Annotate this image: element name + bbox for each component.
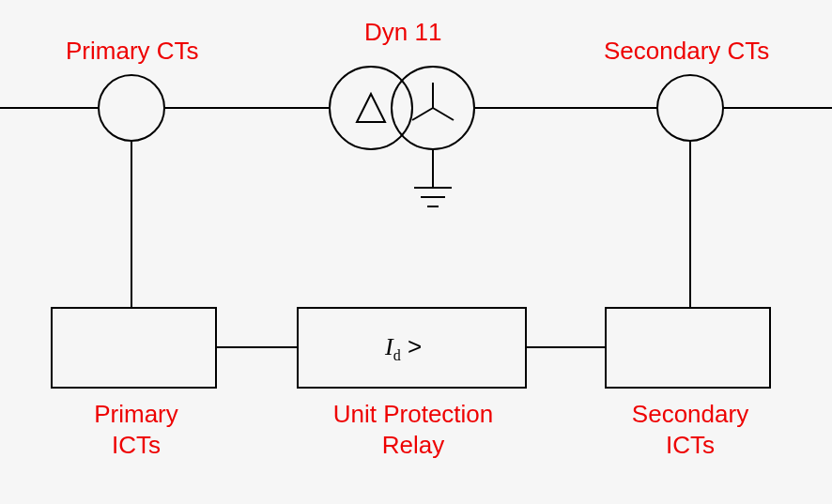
relay-symbol: Id > — [385, 332, 422, 364]
secondary-ct-symbol — [657, 75, 723, 141]
relay-symbol-I: I — [385, 333, 393, 360]
secondary-icts-label: Secondary ICTs — [629, 399, 751, 460]
wye-left — [412, 108, 433, 120]
primary-ct-symbol — [99, 75, 164, 141]
wye-right — [433, 108, 454, 120]
transformer-primary-circle — [330, 67, 412, 149]
primary-icts-label: Primary ICTs — [89, 399, 183, 460]
secondary-cts-label: Secondary CTs — [604, 36, 769, 67]
relay-symbol-sub: d — [393, 347, 401, 363]
relay-caption-label: Unit Protection Relay — [329, 399, 498, 460]
relay-symbol-gt: > — [401, 332, 422, 360]
vector-group-label: Dyn 11 — [364, 17, 441, 48]
secondary-ict-box — [606, 308, 770, 388]
delta-icon — [357, 94, 385, 122]
diagram-canvas: Primary CTs Dyn 11 Secondary CTs Primary… — [0, 0, 832, 504]
primary-cts-label: Primary CTs — [66, 36, 199, 67]
primary-ict-box — [52, 308, 216, 388]
